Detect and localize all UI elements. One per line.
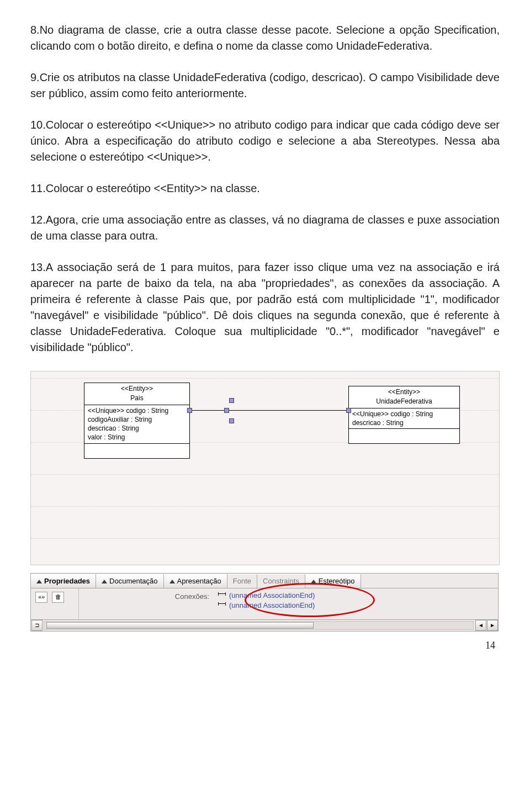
scroll-left-button[interactable]: ◄ [475, 620, 486, 631]
scroll-right-button[interactable]: ◄ [487, 620, 498, 631]
properties-panel: Propriedades Documentação Apresentação F… [30, 573, 499, 631]
tab-propriedades[interactable]: Propriedades [31, 574, 96, 588]
tab-label: Fonte [233, 576, 251, 587]
paragraph-12: 12.Agora, crie uma associação entre as c… [30, 212, 500, 244]
association-handle[interactable] [229, 418, 234, 423]
association-end-link[interactable]: (unnamed AssociationEnd) [218, 601, 495, 611]
scrollbar[interactable]: ⊐ ◄ ◄ [30, 620, 499, 631]
paragraph-9: 9.Crie os atributos na classe UnidadeFed… [30, 70, 500, 102]
tab-apresentacao[interactable]: Apresentação [164, 574, 227, 588]
tab-label: Apresentação [177, 576, 221, 587]
tab-documentacao[interactable]: Documentação [96, 574, 163, 588]
association-icon [218, 593, 226, 598]
tab-label: Documentação [109, 576, 157, 587]
triangle-icon [102, 580, 107, 583]
association-icon [218, 603, 226, 608]
tab-estereotipo[interactable]: Estereótipo [305, 574, 361, 588]
triangle-icon [311, 580, 316, 583]
delete-button[interactable]: 🗑 [52, 592, 64, 603]
tab-constraints[interactable]: Constraints [257, 574, 305, 588]
triangle-icon [36, 580, 42, 583]
association-end-link[interactable]: (unnamed AssociationEnd) [218, 591, 495, 601]
class-attr: codigoAuxiliar : String [88, 415, 186, 424]
class-attr: <<Unique>> codigo : String [88, 406, 186, 415]
stereotype-label: <<Entity>> [352, 388, 456, 397]
tab-fonte[interactable]: Fonte [227, 574, 257, 588]
connections-label: Conexões: [82, 590, 209, 602]
panel-tabs: Propriedades Documentação Apresentação F… [30, 573, 499, 588]
class-attr: descricao : String [88, 424, 186, 433]
screenshot-figure: <<Entity>> Pais <<Unique>> codigo : Stri… [30, 371, 500, 631]
link-text: (unnamed AssociationEnd) [229, 591, 315, 601]
stereotype-label: <<Entity>> [88, 384, 186, 394]
association-handle[interactable] [224, 408, 229, 413]
paragraph-13: 13.A associação será de 1 para muitos, p… [30, 259, 500, 355]
paragraph-8: 8.No diagrama de classe, crie a outra cl… [30, 22, 500, 54]
uml-class-pais[interactable]: <<Entity>> Pais <<Unique>> codigo : Stri… [84, 383, 190, 459]
class-attr: <<Unique>> codigo : String [352, 410, 456, 418]
tab-label: Constraints [263, 576, 299, 587]
go-button[interactable]: «» [35, 592, 47, 603]
link-text: (unnamed AssociationEnd) [229, 601, 315, 611]
association-end-handle[interactable] [187, 408, 192, 413]
association-handle[interactable] [229, 398, 234, 403]
tab-label: Estereótipo [319, 576, 355, 587]
uml-class-unidadefederativa[interactable]: <<Entity>> UnidadeFederativa <<Unique>> … [348, 386, 460, 444]
class-attr: descricao : String [352, 418, 456, 427]
paragraph-11: 11.Colocar o estereótipo <<Entity>> na c… [30, 181, 500, 197]
triangle-icon [169, 580, 175, 583]
scroll-tab-button[interactable]: ⊐ [31, 620, 43, 631]
scroll-track[interactable] [44, 621, 474, 630]
uml-diagram-canvas: <<Entity>> Pais <<Unique>> codigo : Stri… [30, 371, 500, 565]
scroll-thumb[interactable] [46, 622, 314, 629]
page-number: 14 [30, 631, 500, 652]
uml-association[interactable] [189, 410, 348, 411]
class-attr: valor : String [88, 433, 186, 442]
class-name: UnidadeFederativa [352, 397, 456, 406]
tab-label: Propriedades [44, 576, 90, 587]
association-end-handle[interactable] [346, 408, 351, 413]
class-name: Pais [88, 394, 186, 403]
paragraph-10: 10.Colocar o estereótipo <<Unique>> no a… [30, 117, 500, 165]
